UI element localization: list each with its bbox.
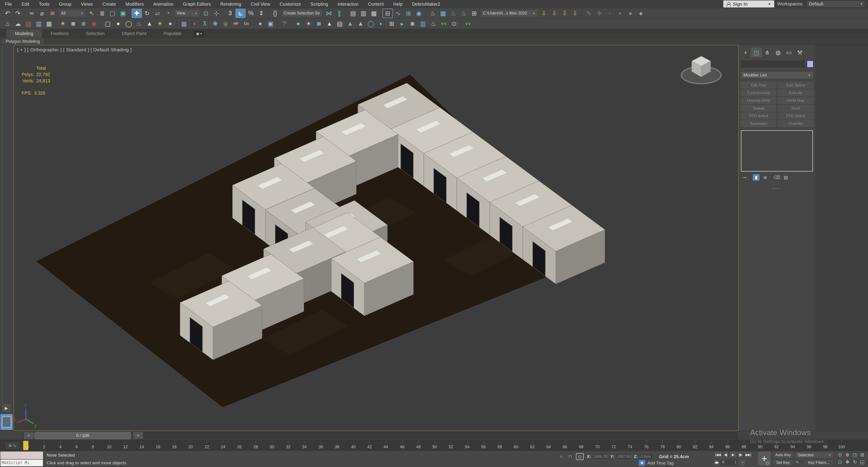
key-set-dropdown[interactable]: Selected ▼ (795, 452, 834, 458)
track-bar-frame-marker[interactable] (23, 441, 29, 450)
selection-lock-icon[interactable]: ⊓ (566, 453, 574, 460)
spruce-icon[interactable]: ▲ (355, 19, 366, 29)
screen-grab-icon[interactable]: ▣ (266, 19, 276, 29)
box-icon[interactable]: ▢ (103, 19, 113, 29)
menu-item-civil-view[interactable]: Civil View (246, 0, 275, 8)
link-file-icon[interactable]: ⇩ (570, 8, 580, 18)
menu-item-create[interactable]: Create (98, 0, 121, 8)
teapot-icon[interactable]: ♨ (2, 19, 13, 29)
chevrons-green2-icon[interactable]: ∨∨ (463, 19, 473, 29)
bulb-outline-icon[interactable]: ⊙ (449, 19, 459, 29)
ribbon-overflow-button[interactable]: ▣▾ (194, 31, 204, 37)
remove-modifier-icon[interactable]: ⌫ (774, 174, 780, 180)
cone-icon[interactable]: ▲ (144, 19, 155, 29)
viewport[interactable]: xyz [ + ] [ Orthographic ] [ Standard ] … (13, 45, 739, 431)
quad-grid-icon[interactable]: ⊞ (386, 19, 397, 29)
ring-icon[interactable]: ◯ (366, 19, 376, 29)
help-icon[interactable]: ? (279, 19, 289, 29)
y-coordinate-field[interactable]: 1687.919c (616, 453, 631, 460)
ribbon-tab-populate[interactable]: Populate (155, 29, 190, 38)
modifier-button-edit-spline[interactable]: Edit Spline (778, 82, 813, 88)
zoom-icon[interactable]: ⊙ (836, 451, 844, 458)
z-coordinate-field[interactable]: 0.0cm (640, 453, 653, 460)
modifier-button-turbosmooth[interactable]: TurboSmooth (741, 90, 776, 96)
select-link-icon[interactable]: ∞ (26, 8, 37, 18)
render-production-icon[interactable]: ♨ (448, 8, 459, 18)
camera-add-icon[interactable]: ◙ (407, 19, 418, 29)
light-teal-icon[interactable]: ● (293, 19, 303, 29)
grass-icon[interactable]: ψ (220, 19, 231, 29)
sliders-panel-icon[interactable]: ▦ (44, 19, 54, 29)
menu-item-help[interactable]: Help (389, 0, 407, 8)
modify-tab[interactable]: ◳ (751, 48, 762, 57)
zoom-region-icon[interactable]: ⊡ (836, 459, 844, 465)
camera-icon[interactable]: ◙ (68, 19, 79, 29)
frame-spinner[interactable]: ▲▼ (734, 459, 737, 465)
zoom-extents-all-icon[interactable]: ⊞ (859, 451, 866, 458)
snowflake-icon[interactable]: ❋ (210, 19, 220, 29)
menu-item-modifiers[interactable]: Modifiers (121, 0, 149, 8)
camera-teal-icon[interactable]: ◙ (314, 19, 324, 29)
select-place-icon[interactable]: ◔ (163, 8, 173, 18)
go-to-end-button[interactable]: ▶▶| (744, 451, 752, 458)
camera-dark-icon[interactable]: ◙ (79, 19, 89, 29)
reference-coordinate-dropdown[interactable]: View▼ (174, 10, 199, 17)
zoom-extents-icon[interactable]: ◳ (851, 451, 859, 458)
menu-item-group[interactable]: Group (54, 0, 76, 8)
sphere-blue-icon[interactable]: ● (255, 19, 266, 29)
object-name-field[interactable] (741, 61, 805, 67)
modifier-button-extrude[interactable]: Extrude (778, 90, 813, 96)
video-panel-icon[interactable]: ▸ (397, 19, 407, 29)
bind-spacewarp-icon[interactable]: ≋ (47, 8, 58, 18)
render-setup-icon[interactable]: ♨ (428, 8, 438, 18)
modifier-button-symmetry[interactable]: Symmetry (741, 120, 776, 127)
modifier-button-chamfer[interactable]: Chamfer (778, 120, 813, 127)
sign-in-button[interactable]: Sign In ▼ (723, 0, 774, 7)
uvx-icon[interactable]: Üx (241, 19, 252, 29)
teapot-small-icon[interactable]: ♨ (134, 19, 144, 29)
previous-frame-slider-button[interactable]: < (24, 432, 34, 439)
select-scale-icon[interactable]: ▱ (152, 8, 163, 18)
set-keys-button[interactable]: + (758, 451, 771, 466)
select-move-icon[interactable]: ✚ (131, 8, 142, 18)
teapot-gray-icon[interactable]: ♨ (428, 19, 438, 29)
go-to-start-button[interactable]: |◀◀ (714, 451, 722, 458)
tree-icon[interactable]: ▲ (324, 19, 335, 29)
ribbon-tab-freeform[interactable]: Freeform (42, 29, 77, 38)
lens-icon[interactable]: ◐ (376, 19, 386, 29)
menu-item-content[interactable]: Content (363, 0, 389, 8)
expand-dock-button[interactable]: ▶ (2, 404, 10, 412)
view-cube[interactable] (681, 56, 721, 84)
play-button[interactable]: ▶ (729, 451, 737, 458)
rollout-resize-handle[interactable]: •••••• (766, 187, 786, 190)
absolute-mode-transform-icon[interactable]: ◇ (576, 453, 584, 460)
default-tangent-icon[interactable]: ✎ (796, 460, 799, 465)
disabled-move-icon[interactable]: ✛ (594, 8, 604, 18)
viewport-label[interactable]: [ + ] [ Orthographic ] [ Standard ] [ De… (17, 47, 132, 53)
modifier-button-shell[interactable]: Shell (778, 105, 813, 112)
menu-item-rendering[interactable]: Rendering (216, 0, 246, 8)
use-pivot-center-icon[interactable]: ⊡ (201, 8, 211, 18)
menu-item-animation[interactable]: Animation (149, 0, 178, 8)
modifier-stack-list[interactable] (741, 130, 813, 172)
docked-panel-button[interactable] (0, 414, 13, 430)
utilities-tab[interactable]: ⚒ (794, 48, 805, 57)
open-container-icon[interactable]: ⇩ (549, 8, 559, 18)
pin-stack-icon[interactable]: ⊸ (741, 174, 748, 180)
select-manipulate-icon[interactable]: ⊹ (211, 8, 221, 18)
menu-item-interactive[interactable]: Interactive (333, 0, 363, 8)
dot-small-icon[interactable]: ● (604, 8, 615, 18)
layer-manager-icon[interactable]: ▤ (348, 8, 358, 18)
graphite-ribbon-toggle-icon[interactable]: ⊟ (382, 8, 393, 18)
maximize-viewport-icon[interactable]: ◱ (859, 459, 866, 465)
motion-tab[interactable]: ◍ (773, 48, 783, 57)
add-time-tag-label[interactable]: Add Time Tag (647, 461, 674, 466)
named-selection-dropdown[interactable]: Create Selection Se▼ (281, 10, 322, 17)
light-panel-icon[interactable]: ☀ (58, 19, 68, 29)
set-key-button[interactable]: Set Key (773, 460, 794, 466)
window-crossing-icon[interactable]: ▣ (118, 8, 128, 18)
menu-item-graph-editors[interactable]: Graph Editors (178, 0, 215, 8)
menu-item-file[interactable]: File (0, 0, 17, 8)
fire-panel-icon[interactable]: ▤ (23, 19, 33, 29)
maxscript-mini-listener-pink[interactable] (0, 451, 43, 459)
